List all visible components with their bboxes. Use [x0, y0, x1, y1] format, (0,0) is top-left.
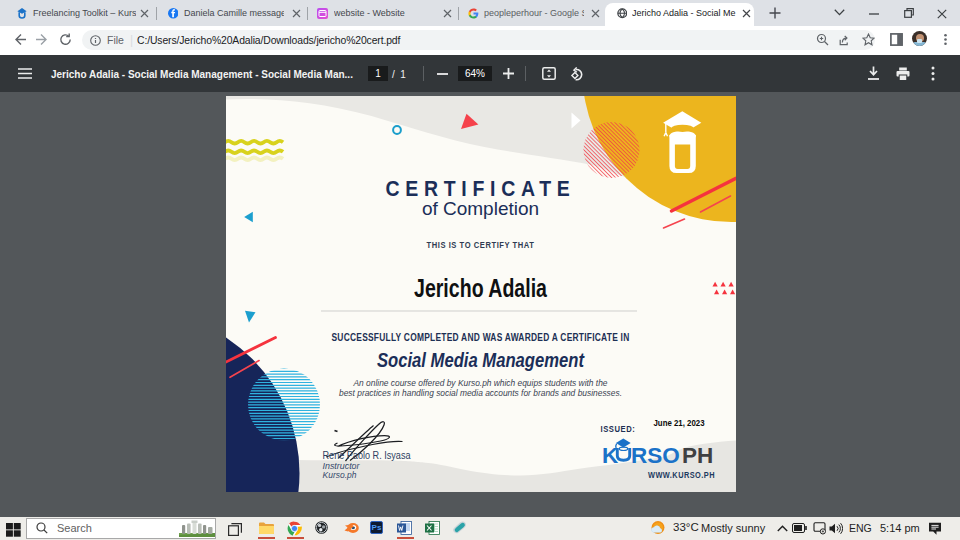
svg-text:ISSUED:: ISSUED:: [600, 424, 635, 434]
svg-text:of Completion: of Completion: [421, 198, 538, 219]
svg-text:Jericho Adalia: Jericho Adalia: [414, 273, 547, 303]
svg-text:June 21, 2023: June 21, 2023: [653, 418, 704, 428]
svg-text:THIS IS TO CERTIFY THAT: THIS IS TO CERTIFY THAT: [426, 239, 534, 250]
svg-text:Social Media Management: Social Media Management: [377, 348, 585, 371]
svg-text:SUCCESSFULLY COMPLETED AND WAS: SUCCESSFULLY COMPLETED AND WAS AWARDED A…: [331, 332, 629, 343]
svg-text:WWW.KURSO.PH: WWW.KURSO.PH: [648, 471, 715, 480]
svg-text:PH: PH: [682, 443, 713, 468]
svg-text:best practices in handling soc: best practices in handling social media …: [339, 387, 622, 398]
svg-text:Kurso.ph: Kurso.ph: [322, 469, 356, 480]
svg-text:RSO: RSO: [631, 443, 680, 468]
